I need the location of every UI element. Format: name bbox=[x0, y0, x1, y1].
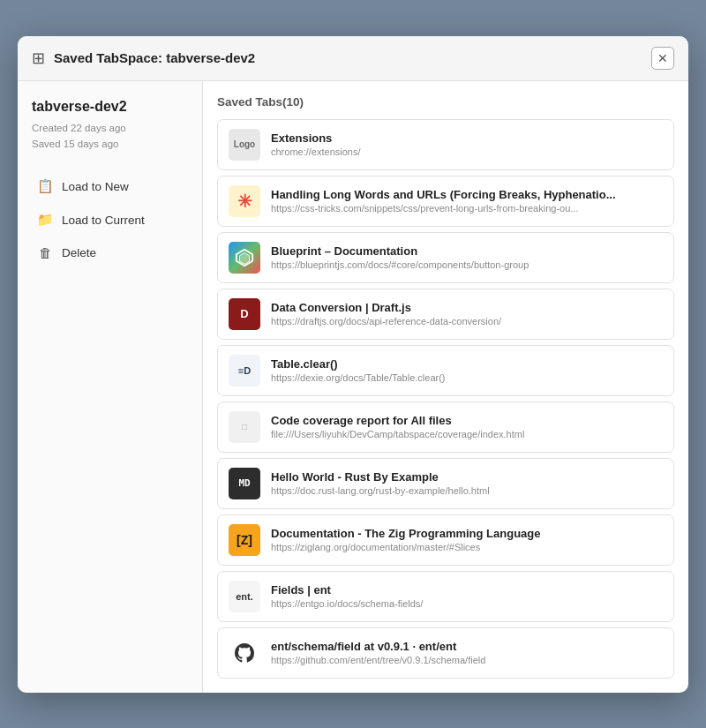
tab-info: ent/schema/field at v0.9.1 · ent/enthttp… bbox=[271, 640, 663, 665]
tab-info: Data Conversion | Draft.jshttps://draftj… bbox=[271, 301, 663, 326]
tab-title: ent/schema/field at v0.9.1 · ent/ent bbox=[271, 640, 663, 653]
load-to-new-button[interactable]: 📋 Load to New bbox=[32, 171, 188, 201]
tab-favicon: Logo bbox=[229, 129, 260, 161]
tab-item[interactable]: MDHello World - Rust By Examplehttps://d… bbox=[217, 458, 674, 509]
tabspace-icon: ⊞ bbox=[32, 49, 45, 68]
load-current-label: Load to Current bbox=[62, 214, 145, 227]
tab-item[interactable]: ≡DTable.clear()https://dexie.org/docs/Ta… bbox=[217, 345, 674, 396]
modal-overlay: ⊞ Saved TabSpace: tabverse-dev2 ✕ tabver… bbox=[0, 0, 706, 728]
tab-title: Code coverage report for All files bbox=[271, 414, 663, 427]
delete-label: Delete bbox=[62, 246, 96, 259]
space-meta: Created 22 days ago Saved 15 days ago bbox=[32, 120, 188, 153]
tab-item[interactable]: LogoExtensionschrome://extensions/ bbox=[217, 119, 674, 170]
tab-info: Code coverage report for All filesfile:/… bbox=[271, 414, 663, 439]
tab-title: Extensions bbox=[271, 131, 663, 145]
tab-title: Data Conversion | Draft.js bbox=[271, 301, 663, 314]
tab-title: Table.clear() bbox=[271, 357, 663, 371]
modal-title: Saved TabSpace: tabverse-dev2 bbox=[54, 50, 255, 65]
tab-url: https://dexie.org/docs/Table/Table.clear… bbox=[271, 372, 663, 383]
tabs-header: Saved Tabs(10) bbox=[217, 95, 674, 109]
tab-info: Blueprint – Documentationhttps://bluepri… bbox=[271, 244, 663, 270]
tab-title: Hello World - Rust By Example bbox=[271, 470, 663, 484]
sidebar-actions: 📋 Load to New 📁 Load to Current 🗑 Delete bbox=[32, 171, 188, 267]
tab-item[interactable]: [Z]Documentation - The Zig Programming L… bbox=[217, 514, 674, 566]
tab-url: https://blueprintjs.com/docs/#core/compo… bbox=[271, 259, 663, 270]
tab-favicon bbox=[229, 242, 260, 274]
created-date: Created 22 days ago bbox=[32, 120, 188, 136]
tab-favicon: D bbox=[229, 298, 260, 330]
tab-item[interactable]: □Code coverage report for All filesfile:… bbox=[217, 402, 674, 453]
tab-item[interactable]: Blueprint – Documentationhttps://bluepri… bbox=[217, 232, 674, 283]
delete-icon: 🗑 bbox=[37, 245, 53, 260]
svg-marker-1 bbox=[240, 252, 250, 264]
tab-item[interactable]: ent.Fields | enthttps://entgo.io/docs/sc… bbox=[217, 571, 674, 622]
tab-item[interactable]: DData Conversion | Draft.jshttps://draft… bbox=[217, 289, 674, 340]
modal-header: ⊞ Saved TabSpace: tabverse-dev2 ✕ bbox=[18, 36, 688, 81]
modal: ⊞ Saved TabSpace: tabverse-dev2 ✕ tabver… bbox=[18, 36, 688, 693]
tab-info: Hello World - Rust By Examplehttps://doc… bbox=[271, 470, 663, 496]
load-current-icon: 📁 bbox=[37, 212, 53, 228]
tab-info: Table.clear()https://dexie.org/docs/Tabl… bbox=[271, 357, 663, 383]
tab-url: file:///Users/liyuhk/DevCamp/tabspace/co… bbox=[271, 429, 663, 439]
tab-favicon: ≡D bbox=[229, 355, 260, 387]
space-name: tabverse-dev2 bbox=[32, 99, 188, 115]
modal-body: tabverse-dev2 Created 22 days ago Saved … bbox=[18, 81, 688, 693]
tab-info: Documentation - The Zig Programming Lang… bbox=[271, 527, 663, 552]
tab-title: Documentation - The Zig Programming Lang… bbox=[271, 527, 663, 540]
modal-title-area: ⊞ Saved TabSpace: tabverse-dev2 bbox=[32, 49, 255, 68]
main-content: Saved Tabs(10) LogoExtensionschrome://ex… bbox=[203, 81, 688, 693]
tab-title: Handling Long Words and URLs (Forcing Br… bbox=[271, 188, 663, 201]
load-to-current-button[interactable]: 📁 Load to Current bbox=[32, 205, 188, 235]
tab-favicon bbox=[229, 637, 260, 669]
tab-favicon: □ bbox=[229, 411, 260, 443]
sidebar: tabverse-dev2 Created 22 days ago Saved … bbox=[18, 81, 203, 693]
close-button[interactable]: ✕ bbox=[651, 47, 674, 70]
tab-url: https://entgo.io/docs/schema-fields/ bbox=[271, 598, 663, 609]
tab-url: chrome://extensions/ bbox=[271, 146, 663, 157]
tab-favicon: ✳ bbox=[229, 185, 260, 217]
saved-date: Saved 15 days ago bbox=[32, 136, 188, 152]
tab-title: Fields | ent bbox=[271, 583, 663, 597]
tab-info: Extensionschrome://extensions/ bbox=[271, 131, 663, 157]
tab-item[interactable]: ✳Handling Long Words and URLs (Forcing B… bbox=[217, 176, 674, 227]
tab-favicon: ent. bbox=[229, 581, 260, 612]
delete-button[interactable]: 🗑 Delete bbox=[32, 238, 188, 267]
load-new-icon: 📋 bbox=[37, 178, 53, 194]
tab-title: Blueprint – Documentation bbox=[271, 244, 663, 258]
tab-url: https://github.com/ent/ent/tree/v0.9.1/s… bbox=[271, 655, 663, 665]
tab-url: https://ziglang.org/documentation/master… bbox=[271, 542, 663, 552]
tab-url: https://css-tricks.com/snippets/css/prev… bbox=[271, 203, 663, 214]
tab-url: https://draftjs.org/docs/api-reference-d… bbox=[271, 316, 663, 326]
load-new-label: Load to New bbox=[62, 180, 129, 193]
tab-info: Fields | enthttps://entgo.io/docs/schema… bbox=[271, 583, 663, 609]
tab-item[interactable]: ent/schema/field at v0.9.1 · ent/enthttp… bbox=[217, 627, 674, 679]
tab-info: Handling Long Words and URLs (Forcing Br… bbox=[271, 188, 663, 214]
tabs-list: LogoExtensionschrome://extensions/✳Handl… bbox=[217, 119, 674, 679]
tab-url: https://doc.rust-lang.org/rust-by-exampl… bbox=[271, 485, 663, 496]
tab-favicon: [Z] bbox=[229, 524, 260, 556]
tab-favicon: MD bbox=[229, 468, 260, 499]
